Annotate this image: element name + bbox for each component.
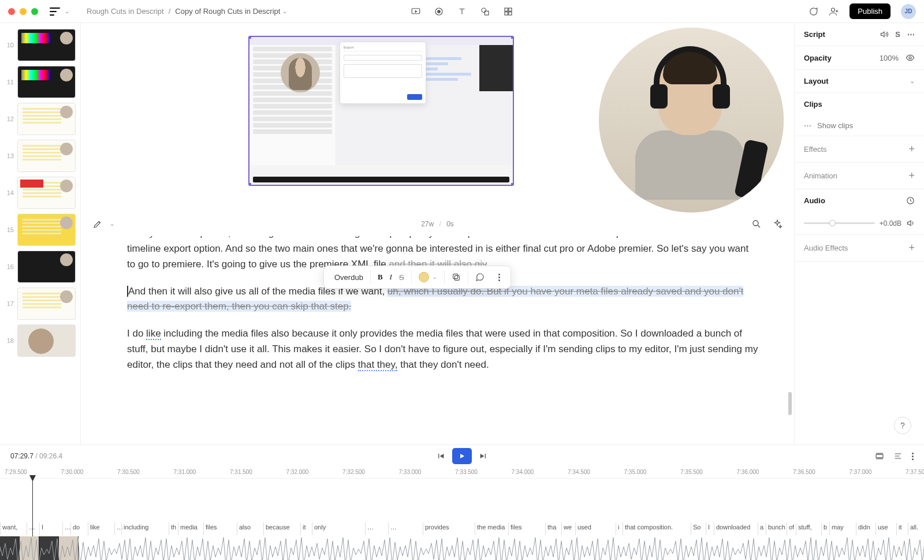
timeline-word[interactable]: want, [2,524,17,531]
record-icon[interactable] [434,6,444,17]
user-avatar[interactable]: JD [901,4,916,19]
timeline-view-icon[interactable] [875,451,884,461]
bold-button[interactable]: B [378,272,383,282]
transcript-filler-word[interactable]: like [146,328,161,340]
align-icon[interactable] [893,451,903,461]
panel-section-script[interactable]: Script S ⋯ [795,23,924,46]
timeline-word[interactable]: … [367,524,374,531]
scene-thumb[interactable]: 14 [0,174,80,211]
clock-icon[interactable] [906,196,915,205]
timeline-word[interactable]: i [618,524,619,531]
timeline-word[interactable]: do [73,524,80,531]
project-menu-chevron-icon[interactable]: ⌄ [65,8,69,14]
maximize-window-icon[interactable] [31,8,38,15]
video-canvas[interactable]: Export [248,36,514,186]
publish-button[interactable]: Publish [850,3,891,19]
italic-button[interactable]: I [390,272,392,282]
timeline-word[interactable]: I [708,524,710,531]
timeline-word[interactable]: the media [477,524,505,531]
timeline-word[interactable]: used [578,524,591,531]
compose-icon[interactable] [92,219,103,229]
scene-thumb[interactable]: 10 [0,27,80,64]
timeline-word[interactable]: … [390,524,397,531]
gain-slider[interactable] [804,222,875,224]
timeline-word[interactable]: files [511,524,522,531]
breadcrumb-chevron-icon[interactable]: ⌄ [282,8,287,14]
timeline-word[interactable]: that composition. [625,524,673,531]
scene-thumb[interactable]: 12 [0,100,80,137]
timeline-word[interactable]: all. [910,524,918,531]
format-toolbar[interactable]: Overdub B I S ⌄ [323,266,511,289]
text-tool-icon[interactable] [457,6,467,17]
timeline-word[interactable]: tha [547,524,556,531]
timeline-word[interactable]: including [124,524,148,531]
add-audio-effect-icon[interactable]: + [908,242,915,254]
timeline-body[interactable]: want,…I…dolike…includingthmediafilesalso… [0,479,924,560]
volume-icon[interactable] [880,30,888,39]
skip-forward-icon[interactable] [479,451,488,461]
scene-thumb[interactable]: 18 [0,322,80,359]
help-button[interactable]: ? [894,417,911,434]
play-button[interactable] [452,448,472,464]
layout-row[interactable]: Layout ⌄ [795,70,924,93]
timeline-word[interactable]: it [899,524,902,531]
timeline-word[interactable]: … [29,524,35,531]
app-logo-icon[interactable] [50,8,60,16]
add-effect-icon[interactable]: + [908,143,915,155]
visibility-icon[interactable] [906,53,915,62]
audio-effects-row[interactable]: Audio Effects + [795,235,924,262]
compose-chevron-icon[interactable]: ⌄ [110,221,114,227]
gain-slider-row[interactable]: +0.0dB [795,212,924,235]
audio-waveform-track[interactable] [0,536,924,560]
transcript-text[interactable]: I do [127,328,146,339]
scrollbar-thumb[interactable] [788,392,792,415]
timeline-word[interactable]: like [90,524,100,531]
chevron-down-icon[interactable]: ⌄ [910,77,915,85]
timecode[interactable]: 07:29.7 / 09:26.4 [10,452,62,460]
timeline-word[interactable]: media [180,524,198,531]
more-icon[interactable]: ⋯ [907,30,915,39]
shapes-tool-icon[interactable] [480,6,490,17]
speaker-label[interactable]: S [895,30,900,39]
overdub-button[interactable]: Overdub [334,273,363,282]
camera-overlay[interactable] [599,28,784,212]
timeline-word[interactable]: use [878,524,888,531]
transcript-filler-word[interactable]: that they, [358,359,398,371]
timeline-word[interactable]: didn [858,524,870,531]
scene-rail[interactable]: 10 11 12 13 14 15 16 17 18 [0,23,81,445]
more-options-icon[interactable] [498,274,500,281]
screen-record-icon[interactable] [411,6,421,17]
timeline-word[interactable]: only [314,524,326,531]
search-icon[interactable] [751,219,762,229]
effects-row[interactable]: Effects + [795,136,924,163]
skip-back-icon[interactable] [436,451,445,461]
comment-icon[interactable] [475,272,485,282]
timeline-word[interactable]: stuff, [798,524,812,531]
timeline-word[interactable]: … [117,524,123,531]
timeline-word[interactable]: downloaded [716,524,750,531]
timeline-word[interactable]: it [303,524,306,531]
scene-thumb[interactable]: 11 [0,64,80,100]
breadcrumb-current[interactable]: Copy of Rough Cuts in Descript [175,7,280,16]
timeline-word[interactable]: may [832,524,844,531]
opacity-row[interactable]: Opacity 100% [795,46,924,70]
timeline-word[interactable]: provides [425,524,449,531]
templates-icon[interactable] [503,6,513,17]
scene-thumb[interactable]: 15 [0,211,80,248]
timeline-word[interactable]: also [239,524,251,531]
canvas-area[interactable]: Export [81,23,794,211]
more-icon[interactable]: ⋯ [804,121,811,130]
close-window-icon[interactable] [8,8,15,15]
timeline-word[interactable]: files [206,524,217,531]
volume-icon[interactable] [906,219,915,227]
timeline-word[interactable]: because [266,524,290,531]
copy-icon[interactable] [452,272,461,282]
timeline-word[interactable]: I [42,524,43,531]
comments-icon[interactable] [808,6,818,17]
audio-header[interactable]: Audio [795,189,924,212]
word-track[interactable]: want,…I…dolike…includingthmediafilesalso… [0,522,924,535]
timeline-word[interactable]: b [824,524,827,531]
highlight-color-button[interactable] [419,272,429,282]
add-animation-icon[interactable]: + [908,170,915,182]
timeline-word[interactable]: bunch [768,524,785,531]
